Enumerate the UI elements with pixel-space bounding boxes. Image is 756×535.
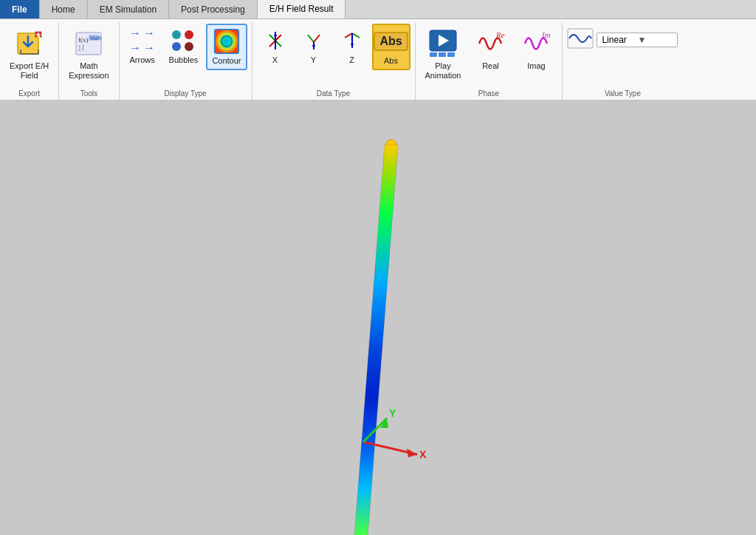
svg-rect-24 (430, 52, 437, 57)
real-button[interactable]: Re Real (469, 24, 512, 75)
real-label: Real (482, 61, 499, 71)
play-animation-label: PlayAnimation (425, 61, 461, 81)
chevron-down-icon: ▼ (637, 35, 673, 45)
phase-group-label: Phase (478, 89, 499, 100)
x-axis-button[interactable]: X (257, 24, 294, 69)
contour-icon (213, 28, 240, 55)
play-animation-icon (427, 27, 459, 60)
svg-text:∑∫: ∑∫ (78, 44, 84, 51)
contour-label: Contour (212, 56, 241, 66)
svg-line-14 (308, 35, 314, 42)
svg-marker-13 (274, 32, 277, 36)
real-icon: Re (474, 27, 506, 60)
svg-text:Im: Im (541, 30, 551, 39)
ribbon: Export E/HField Export f(x) ∑∫ Math Math… (0, 19, 756, 100)
ribbon-group-value-type: Linear ▼ Value Type (563, 22, 682, 100)
ribbon-group-tools: f(x) ∑∫ Math MathExpression Tools (59, 22, 119, 100)
svg-marker-21 (351, 44, 354, 48)
value-type-dropdown[interactable]: Linear ▼ (597, 33, 678, 47)
bubbles-button[interactable]: Bubbles (164, 24, 204, 69)
ribbon-group-data-type: X Y (252, 22, 416, 100)
svg-line-18 (345, 33, 352, 38)
ribbon-group-display-type: → → → → Arrows (120, 22, 252, 100)
svg-text:f(x): f(x) (78, 36, 89, 44)
bubbles-label: Bubbles (169, 55, 199, 65)
tab-bar: File Home EM Simulation Post Processing … (0, 0, 756, 19)
canvas-area: X Y (0, 100, 756, 535)
tools-group-label: Tools (80, 89, 97, 100)
svg-rect-7 (215, 30, 238, 53)
imag-icon: Im (520, 27, 552, 60)
value-type-selected: Linear (602, 35, 637, 45)
ribbon-group-export: Export E/HField Export (0, 22, 59, 100)
abs-button[interactable]: Abs Abs (372, 24, 410, 70)
arrows-label: Arrows (129, 55, 154, 65)
arrows-icon: → → → → (129, 27, 156, 54)
svg-text:Y: Y (389, 407, 396, 419)
svg-rect-25 (439, 52, 446, 57)
x-axis-label: X (272, 55, 278, 65)
svg-rect-29 (568, 29, 593, 48)
imag-button[interactable]: Im Imag (515, 24, 557, 75)
abs-label: Abs (384, 56, 398, 66)
export-eh-field-button[interactable]: Export E/HField (4, 24, 54, 84)
bubbles-icon (170, 27, 196, 54)
y-axis-icon (300, 27, 327, 54)
svg-line-19 (352, 33, 360, 38)
svg-text:Re: Re (495, 30, 505, 39)
math-expression-icon: f(x) ∑∫ Math (72, 27, 105, 60)
math-expression-label: MathExpression (69, 61, 109, 81)
export-group-label: Export (18, 89, 40, 100)
export-icon (13, 27, 46, 60)
svg-rect-26 (447, 52, 455, 57)
z-axis-label: Z (349, 55, 354, 65)
export-label: Export E/HField (10, 61, 49, 81)
tab-home[interactable]: Home (40, 0, 88, 18)
z-axis-icon (339, 27, 365, 54)
svg-text:X: X (419, 449, 427, 460)
y-axis-button[interactable]: Y (295, 24, 332, 69)
display-type-group-label: Display Type (165, 89, 207, 100)
y-axis-label: Y (311, 55, 316, 65)
svg-text:Math: Math (90, 35, 102, 41)
arrows-button[interactable]: → → → → Arrows (124, 24, 161, 69)
contour-button[interactable]: Contour (206, 24, 247, 70)
abs-icon: Abs (378, 28, 405, 55)
value-type-group-label: Value Type (605, 89, 641, 100)
ribbon-group-phase: PlayAnimation Re Real Im (416, 22, 563, 100)
svg-marker-17 (312, 45, 315, 50)
tab-eh-field-result[interactable]: E/H Field Result (258, 0, 346, 18)
play-animation-button[interactable]: PlayAnimation (420, 24, 467, 84)
tab-file[interactable]: File (0, 0, 40, 18)
data-type-group-label: Data Type (317, 89, 350, 100)
tab-post-processing[interactable]: Post Processing (169, 0, 258, 18)
imag-label: Imag (527, 61, 545, 71)
z-axis-button[interactable]: Z (334, 24, 371, 69)
3d-field-visualization: X Y (0, 100, 756, 535)
value-type-wave-icon (567, 28, 594, 51)
math-expression-button[interactable]: f(x) ∑∫ Math MathExpression (63, 24, 114, 84)
tab-em-simulation[interactable]: EM Simulation (88, 0, 169, 18)
x-axis-icon (262, 27, 289, 54)
svg-line-15 (314, 35, 320, 42)
